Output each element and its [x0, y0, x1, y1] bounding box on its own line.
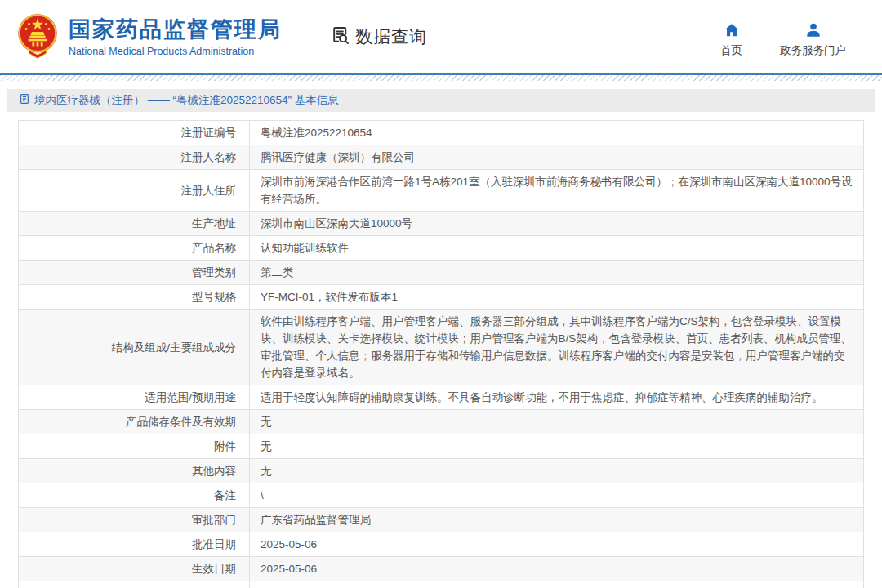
section-title: 数据查询 [355, 25, 427, 48]
row-label: 审批部门 [19, 508, 250, 532]
row-label: 注册证编号 [19, 121, 250, 145]
table-row: 附件 无 [19, 434, 864, 459]
table-row: 产品名称 认知功能训练软件 [19, 236, 864, 261]
table-row: 生产地址 深圳市南山区深南大道10000号 [19, 212, 864, 236]
row-value: \ [250, 483, 864, 508]
home-icon [723, 21, 741, 39]
row-label: 适用范围/预期用途 [19, 385, 250, 410]
row-label: 其他内容 [19, 459, 250, 483]
nav-label: 首页 [720, 43, 742, 58]
registration-table: 注册证编号 粤械注准20252210654 注册人名称 腾讯医疗健康（深圳）有限… [18, 120, 864, 588]
row-value: 软件由训练程序客户端、用户管理客户端、服务器三部分组成，其中训练程序客户端为C/… [250, 310, 864, 385]
row-label: 生产地址 [19, 212, 250, 236]
row-label: 注册人名称 [19, 145, 250, 170]
row-value: 2025-05-06 [250, 557, 864, 581]
row-value: 认知功能训练软件 [250, 236, 864, 261]
national-emblem-icon [15, 11, 60, 64]
nav-label: 政务服务门户 [780, 43, 846, 58]
row-label: 附件 [19, 434, 250, 459]
table-row: 备注 \ [19, 483, 864, 508]
row-value: 2030-05-05 [250, 581, 864, 588]
row-label: 注册人住所 [19, 170, 250, 212]
table-row: 产品储存条件及有效期 无 [19, 410, 864, 434]
breadcrumb: 境内医疗器械（注册） —— “粤械注准20252210654” 基本信息 [7, 89, 875, 112]
row-value: 深圳市前海深港合作区前湾一路1号A栋201室（入驻深圳市前海商务秘书有限公司）；… [250, 170, 864, 212]
row-label: 生效日期 [19, 557, 250, 581]
row-value: 深圳市南山区深南大道10000号 [250, 212, 864, 236]
table-row: 型号规格 YF-MCI-01，软件发布版本1 [19, 285, 864, 310]
table-row: 有效期至 2030-05-05 [19, 581, 864, 588]
row-value: 第二类 [250, 261, 864, 285]
registration-table-body: 注册证编号 粤械注准20252210654 注册人名称 腾讯医疗健康（深圳）有限… [19, 121, 864, 588]
national-emblem-logo[interactable] [15, 11, 60, 64]
row-value: 适用于轻度认知障碍的辅助康复训练。不具备自动诊断功能，不用于焦虑症、抑郁症等精神… [250, 385, 864, 410]
row-label: 备注 [19, 483, 250, 508]
row-label: 结构及组成/主要组成成分 [19, 310, 250, 385]
row-value: YF-MCI-01，软件发布版本1 [250, 285, 864, 310]
table-row: 管理类别 第二类 [19, 261, 864, 285]
table-row: 审批部门 广东省药品监督管理局 [19, 508, 864, 532]
data-query-module[interactable]: 数据查询 [329, 24, 427, 50]
agency-name-cn: 国家药品监督管理局 [69, 16, 282, 42]
registration-detail: 注册证编号 粤械注准20252210654 注册人名称 腾讯医疗健康（深圳）有限… [18, 120, 864, 588]
table-row: 结构及组成/主要组成成分 软件由训练程序客户端、用户管理客户端、服务器三部分组成… [19, 310, 864, 385]
table-row: 其他内容 无 [19, 459, 864, 483]
row-label: 产品名称 [19, 236, 250, 261]
table-row: 生效日期 2025-05-06 [19, 557, 864, 581]
table-row: 适用范围/预期用途 适用于轻度认知障碍的辅助康复训练。不具备自动诊断功能，不用于… [19, 385, 864, 410]
agency-title-block: 国家药品监督管理局 National Medical Products Admi… [69, 16, 282, 57]
row-value: 无 [250, 459, 864, 483]
table-row: 注册证编号 粤械注准20252210654 [19, 121, 864, 145]
nav-item-gov-portal[interactable]: 政务服务门户 [780, 21, 846, 58]
row-value: 广东省药品监督管理局 [250, 508, 864, 532]
main-content: 境内医疗器械（注册） —— “粤械注准20252210654” 基本信息 注册证… [7, 81, 875, 588]
top-navigation: 首页 政务服务门户 [720, 21, 882, 58]
site-header: 国家药品监督管理局 National Medical Products Admi… [0, 0, 882, 74]
row-label: 产品储存条件及有效期 [19, 410, 250, 434]
row-label: 有效期至 [19, 581, 250, 588]
table-row: 批准日期 2025-05-06 [19, 532, 864, 557]
row-value: 粤械注准20252210654 [250, 121, 864, 145]
agency-name-en: National Medical Products Administration [69, 46, 282, 57]
nav-item-home[interactable]: 首页 [720, 21, 742, 58]
row-value: 无 [250, 434, 864, 459]
table-row: 注册人名称 腾讯医疗健康（深圳）有限公司 [19, 145, 864, 170]
breadcrumb-text: 境内医疗器械（注册） —— “粤械注准20252210654” 基本信息 [34, 93, 339, 108]
row-value: 无 [250, 410, 864, 434]
row-label: 批准日期 [19, 532, 250, 557]
table-row: 注册人住所 深圳市前海深港合作区前湾一路1号A栋201室（入驻深圳市前海商务秘书… [19, 170, 864, 212]
row-value: 2025-05-06 [250, 532, 864, 557]
row-value: 腾讯医疗健康（深圳）有限公司 [250, 145, 864, 170]
header-divider-hatch [0, 75, 882, 81]
row-label: 管理类别 [19, 261, 250, 285]
document-search-icon [329, 24, 351, 50]
row-label: 型号规格 [19, 285, 250, 310]
user-icon [804, 21, 822, 39]
document-icon [19, 93, 30, 108]
